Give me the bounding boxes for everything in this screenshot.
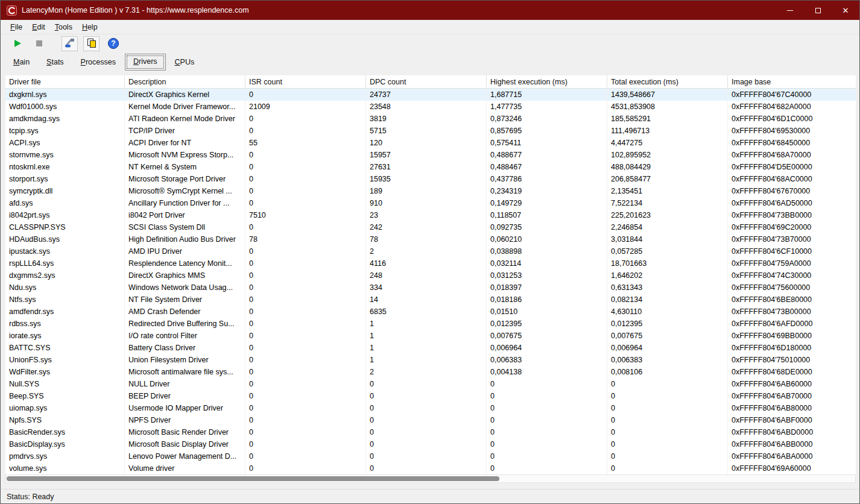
table-row[interactable]: ACPI.sysACPI Driver for NT551200,5754114… bbox=[5, 137, 856, 149]
table-row[interactable]: BasicRender.sysMicrosoft Basic Render Dr… bbox=[5, 426, 856, 438]
help-button[interactable]: ? bbox=[105, 36, 121, 51]
table-cell: 0xFFFFF804'6BE80000 bbox=[728, 294, 856, 306]
table-row[interactable]: storport.sysMicrosoft Storage Port Drive… bbox=[5, 173, 856, 185]
column-header[interactable]: Highest execution (ms) bbox=[487, 75, 607, 88]
table-cell: Lenovo Power Management D... bbox=[125, 450, 245, 462]
table-row[interactable]: BATTC.SYSBattery Class Driver010,0069640… bbox=[5, 342, 856, 354]
table-cell: 23 bbox=[366, 209, 487, 221]
table-cell: 0xFFFFF804'6AB60000 bbox=[728, 378, 856, 390]
maximize-button[interactable] bbox=[804, 1, 832, 20]
table-cell: Microsoft antimalware file sys... bbox=[125, 366, 245, 378]
table-row[interactable]: dxgmms2.sysDirectX Graphics MMS02480,031… bbox=[5, 269, 856, 282]
column-header[interactable]: Description bbox=[125, 75, 245, 88]
table-row[interactable]: Ndu.sysWindows Network Data Usag...03340… bbox=[5, 282, 856, 294]
drivers-panel: Driver fileDescriptionISR countDPC count… bbox=[1, 71, 859, 489]
table-row[interactable]: ntoskrnl.exeNT Kernel & System0276310,48… bbox=[5, 161, 856, 173]
table-row[interactable]: Ntfs.sysNT File System Driver0140,018186… bbox=[5, 294, 856, 306]
table-cell: 18,701663 bbox=[607, 257, 728, 269]
tab-cpus[interactable]: CPUs bbox=[167, 55, 203, 71]
table-cell: 0,060210 bbox=[487, 233, 607, 245]
table-row[interactable]: Npfs.SYSNPFS Driver00000xFFFFF804'6ABF00… bbox=[5, 414, 856, 426]
table-cell: 15935 bbox=[366, 173, 487, 185]
latencymon-window: LatencyMon (Home Edition ) v 7.31 - http… bbox=[0, 0, 860, 504]
table-cell: NT File System Driver bbox=[125, 294, 245, 306]
table-row[interactable]: tcpip.sysTCP/IP Driver057150,857695111,4… bbox=[5, 125, 856, 137]
column-header[interactable]: Image base bbox=[728, 75, 856, 88]
table-cell: 0xFFFFF804'6ABB0000 bbox=[728, 438, 856, 450]
table-row[interactable]: Null.SYSNULL Driver00000xFFFFF804'6AB600… bbox=[5, 378, 856, 390]
table-row[interactable]: rspLLL64.sysResplendence Latency Monit..… bbox=[5, 257, 856, 269]
table-row[interactable]: amdkmdag.sysATI Radeon Kernel Mode Drive… bbox=[5, 113, 856, 125]
table-cell: 0xFFFFF804'6AB70000 bbox=[728, 390, 856, 402]
table-row[interactable]: uiomap.sysUsermode IO Mapper Driver00000… bbox=[5, 402, 856, 414]
table-row[interactable]: ipustack.sysAMD IPU Driver020,0388980,05… bbox=[5, 245, 856, 257]
table-cell: 0xFFFFF804'68AC0000 bbox=[728, 173, 856, 185]
stop-monitor-button[interactable] bbox=[31, 36, 47, 51]
table-row[interactable]: i8042prt.sysi8042 Port Driver7510230,118… bbox=[5, 209, 856, 221]
table-row[interactable]: BasicDisplay.sysMicrosoft Basic Display … bbox=[5, 438, 856, 450]
table-cell: 0xFFFFF804'6ABD0000 bbox=[728, 426, 856, 438]
table-row[interactable]: Beep.SYSBEEP Driver00000xFFFFF804'6AB700… bbox=[5, 390, 856, 402]
tab-stats[interactable]: Stats bbox=[39, 55, 72, 71]
table-row[interactable]: amdfendr.sysAMD Crash Defender068350,015… bbox=[5, 306, 856, 318]
table-row[interactable]: symcryptk.dllMicrosoft® SymCrypt Kernel … bbox=[5, 185, 856, 197]
table-cell: 0xFFFFF804'74C30000 bbox=[728, 269, 856, 282]
table-row[interactable]: volume.sysVolume driver00000xFFFFF804'69… bbox=[5, 462, 856, 474]
table-cell: storport.sys bbox=[5, 173, 125, 185]
table-cell: 0 bbox=[245, 450, 366, 462]
table-cell: 0,488467 bbox=[487, 161, 607, 173]
table-row[interactable]: WdFilter.sysMicrosoft antimalware file s… bbox=[5, 366, 856, 378]
start-monitor-button[interactable] bbox=[9, 36, 25, 51]
table-cell: 0,057285 bbox=[607, 245, 728, 257]
table-cell: 0,038898 bbox=[487, 245, 607, 257]
table-cell: 0xFFFFF804'68DE0000 bbox=[728, 366, 856, 378]
table-cell: 0xFFFFF804'67670000 bbox=[728, 185, 856, 197]
table-cell: SCSI Class System Dll bbox=[125, 221, 245, 233]
table-cell: 0,008106 bbox=[607, 366, 728, 378]
table-cell: 0 bbox=[366, 462, 487, 474]
table-row[interactable]: stornvme.sysMicrosoft NVM Express Storp.… bbox=[5, 149, 856, 161]
table-row[interactable]: dxgkrnl.sysDirectX Graphics Kernel024737… bbox=[5, 89, 856, 101]
minimize-button[interactable] bbox=[776, 1, 804, 20]
table-row[interactable]: CLASSPNP.SYSSCSI Class System Dll02420,0… bbox=[5, 221, 856, 233]
menu-item-help[interactable]: Help bbox=[77, 21, 103, 33]
table-cell: 0xFFFFF804'759A0000 bbox=[728, 257, 856, 269]
table-cell: 0,012395 bbox=[487, 318, 607, 330]
tab-main[interactable]: Main bbox=[5, 55, 37, 71]
close-icon: ✕ bbox=[843, 7, 849, 14]
tab-drivers[interactable]: Drivers bbox=[125, 54, 166, 71]
table-row[interactable]: Wdf01000.sysKernel Mode Driver Framewor.… bbox=[5, 101, 856, 113]
menu-item-file[interactable]: File bbox=[5, 21, 27, 33]
close-button[interactable]: ✕ bbox=[832, 1, 859, 20]
table-cell: 242 bbox=[366, 221, 487, 233]
table-cell: 0xFFFFF804'73B00000 bbox=[728, 306, 856, 318]
table-row[interactable]: UnionFS.sysUnion Filesystem Driver010,00… bbox=[5, 354, 856, 366]
column-header[interactable]: ISR count bbox=[245, 75, 366, 88]
table-row[interactable]: iorate.sysI/O rate control Filter010,007… bbox=[5, 330, 856, 342]
options-button[interactable] bbox=[62, 36, 78, 51]
menu-item-edit[interactable]: Edit bbox=[27, 21, 50, 33]
table-cell: 111,496713 bbox=[607, 125, 728, 137]
table-cell: uiomap.sys bbox=[5, 402, 125, 414]
table-cell: 0 bbox=[245, 113, 366, 125]
column-header[interactable]: DPC count bbox=[366, 75, 487, 88]
tab-processes[interactable]: Processes bbox=[73, 55, 124, 71]
table-cell: 0 bbox=[245, 245, 366, 257]
table-row[interactable]: HDAudBus.sysHigh Definition Audio Bus Dr… bbox=[5, 233, 856, 245]
column-header[interactable]: Driver file bbox=[5, 75, 125, 88]
table-cell: ACPI Driver for NT bbox=[125, 137, 245, 149]
horizontal-scrollbar[interactable] bbox=[5, 474, 856, 483]
table-cell: 0 bbox=[607, 438, 728, 450]
table-cell: 0 bbox=[607, 426, 728, 438]
table-cell: Windows Network Data Usag... bbox=[125, 282, 245, 294]
menu-item-tools[interactable]: Tools bbox=[50, 21, 77, 33]
table-cell: 0 bbox=[245, 161, 366, 173]
table-row[interactable]: pmdrvs.sysLenovo Power Management D...00… bbox=[5, 450, 856, 462]
copy-report-button[interactable] bbox=[83, 36, 100, 51]
table-cell: 24737 bbox=[366, 89, 487, 101]
table-row[interactable]: rdbss.sysRedirected Drive Buffering Su..… bbox=[5, 318, 856, 330]
scrollbar-thumb[interactable] bbox=[7, 476, 499, 481]
column-header[interactable]: Total execution (ms) bbox=[607, 75, 728, 88]
table-cell: 0 bbox=[487, 426, 607, 438]
table-row[interactable]: afd.sysAncillary Function Driver for ...… bbox=[5, 197, 856, 209]
